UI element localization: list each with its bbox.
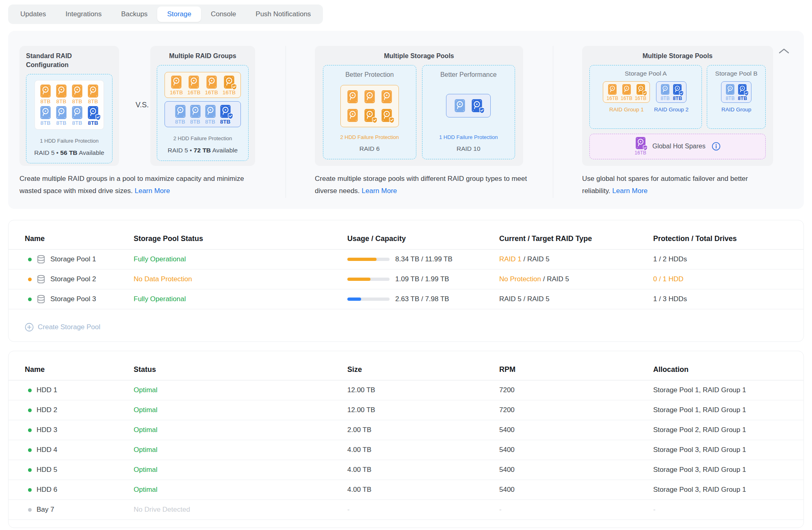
usage-bar [347, 258, 390, 261]
pool-status: No Data Protection [134, 275, 192, 283]
hdd-icon [726, 84, 734, 95]
drive-group: 8TB 8TB 8TB 8TB 8TB 8TB 8TB 8TB [35, 80, 104, 130]
pool-name: Storage Pool 3 [50, 295, 96, 303]
status-dot-green [28, 468, 32, 472]
shield-check-icon [95, 114, 101, 121]
failure-protection-label: 2 HDD Failure Protection [340, 134, 399, 140]
hdd-protected-icon [364, 109, 375, 122]
drive-size: 2.00 TB [347, 426, 371, 434]
hdd-icon [56, 85, 67, 98]
raid-group-blue: 8TB 8TB [721, 81, 751, 103]
hdd-icon [40, 85, 51, 98]
table-row[interactable]: Bay 7 No Drive Detected - - - [9, 500, 803, 520]
drive-size: 12.00 TB [347, 406, 375, 414]
raid-group-orange: 16TB 16TB 16TB [603, 81, 650, 103]
hdd-icon [40, 106, 51, 119]
status-dot-green [28, 258, 32, 261]
drive-rpm: 7200 [499, 406, 515, 414]
drive-status: Optimal [134, 466, 158, 474]
hdd-icon [72, 106, 82, 119]
failure-protection-label: 1 HDD Failure Protection [40, 138, 99, 144]
table-row[interactable]: Storage Pool 2 No Data Protection 1.09 T… [9, 269, 803, 289]
pool-subtitle: Storage Pool A [625, 70, 667, 77]
info-icon[interactable] [712, 142, 721, 151]
pool-name: Storage Pool 1 [50, 255, 96, 263]
tab-updates[interactable]: Updates [11, 7, 56, 22]
hdd-icon [347, 90, 358, 103]
standard-raid-card: Standard RAID Configuration 8TB 8TB 8TB … [19, 46, 119, 166]
raid-type: RAID 5 / RAID 5 [499, 295, 550, 303]
drive-name: HDD 2 [37, 406, 57, 414]
drive-capacity-label: 16TB [635, 96, 647, 101]
raid-group-name: RAID Group 2 [654, 106, 689, 113]
hdd-protected-icon [738, 84, 747, 95]
failure-protection-label: 1 HDD Failure Protection [439, 134, 498, 140]
drive-allocation: Storage Pool 1, RAID Group 1 [653, 406, 746, 414]
drive-capacity-label: 16TB [223, 89, 236, 96]
better-protection-pool: Better Protection 2 HDD Failure Protecti… [323, 65, 416, 159]
shield-check-icon [479, 107, 485, 114]
multiple-storage-pools-card: Multiple Storage Pools Better Protection [315, 46, 523, 166]
drive-capacity-label: 8TB [175, 119, 185, 125]
drive-capacity-label: 8TB [56, 120, 67, 126]
collapse-panel-button[interactable] [776, 46, 792, 57]
tab-storage[interactable]: Storage [157, 7, 201, 22]
raid-group-blue [446, 94, 491, 117]
hdd-icon [56, 106, 67, 119]
raid-type: No Protection / RAID 5 [499, 275, 569, 283]
usage-text: 2.63 TB / 7.98 TB [395, 295, 449, 303]
drive-status: Optimal [134, 446, 158, 454]
pool-subtitle: Better Performance [440, 71, 497, 78]
drive-capacity-label: 8TB [220, 119, 231, 125]
drive-rpm: 5400 [499, 466, 515, 474]
table-row[interactable]: HDD 1 Optimal 12.00 TB 7200 Storage Pool… [9, 380, 803, 400]
learn-more-link[interactable]: Learn More [612, 187, 647, 195]
storage-pool-icon [37, 255, 45, 264]
hdd-icon [608, 84, 617, 95]
drive-capacity-label: 16TB [170, 89, 183, 96]
drive-capacity-label: 8TB [725, 96, 734, 101]
table-row[interactable]: Storage Pool 3 Fully Operational 2.63 TB… [9, 289, 803, 309]
drive-capacity-label: 8TB [41, 120, 51, 126]
hdd-icon [205, 105, 216, 118]
raid-group-orange [340, 85, 399, 127]
drive-allocation: Storage Pool 3, RAID Group 1 [653, 486, 746, 494]
tab-push-notifications[interactable]: Push Notifications [246, 7, 320, 22]
table-row[interactable]: HDD 4 Optimal 4.00 TB 5400 Storage Pool … [9, 440, 803, 460]
tab-backups[interactable]: Backups [111, 7, 157, 22]
hot-spare-hdd-icon [636, 137, 645, 149]
hot-spares-label: Global Hot Spares [652, 143, 706, 150]
status-dot-orange [28, 278, 32, 281]
drive-capacity-label: 16TB [621, 96, 632, 101]
usage-text: 1.09 TB / 1.99 TB [395, 275, 449, 283]
raid-capacity-line: RAID 5 • 56 TB Available [34, 149, 104, 156]
hdd-protected-icon [381, 109, 392, 122]
drive-name: HDD 6 [37, 486, 57, 494]
table-row[interactable]: HDD 6 Optimal 4.00 TB 5400 Storage Pool … [9, 480, 803, 500]
learn-more-link[interactable]: Learn More [362, 187, 397, 195]
drive-capacity-label: 8TB [190, 119, 200, 125]
table-row[interactable]: HDD 5 Optimal 4.00 TB 5400 Storage Pool … [9, 460, 803, 480]
drive-size: - [347, 506, 350, 514]
tab-console[interactable]: Console [201, 7, 246, 22]
drive-rpm: 7200 [499, 386, 515, 394]
table-row[interactable]: HDD 3 Optimal 2.00 TB 5400 Storage Pool … [9, 420, 803, 440]
storage-pool-icon [37, 275, 45, 284]
raid-group-name: RAID Group [721, 106, 751, 113]
chevron-up-icon [778, 48, 790, 54]
hdd-icon [622, 84, 631, 95]
drive-allocation: Storage Pool 3, RAID Group 1 [653, 446, 746, 454]
tab-bar: Updates Integrations Backups Storage Con… [8, 4, 323, 24]
table-row[interactable]: HDD 2 Optimal 12.00 TB 7200 Storage Pool… [9, 400, 803, 420]
table-row[interactable]: Storage Pool 1 Fully Operational 8.34 TB… [9, 250, 803, 269]
learn-more-link[interactable]: Learn More [134, 187, 170, 195]
drive-capacity-label: 16TB [187, 89, 200, 96]
drive-size: 4.00 TB [347, 486, 371, 494]
drive-name: HDD 1 [37, 386, 57, 394]
drive-capacity-label: 8TB [88, 98, 98, 104]
create-storage-pool-button[interactable]: Create Storage Pool [25, 323, 100, 332]
drive-name: Bay 7 [37, 506, 54, 514]
tab-integrations[interactable]: Integrations [56, 7, 111, 22]
drive-size: 4.00 TB [347, 446, 371, 454]
plus-circle-icon [25, 323, 34, 332]
